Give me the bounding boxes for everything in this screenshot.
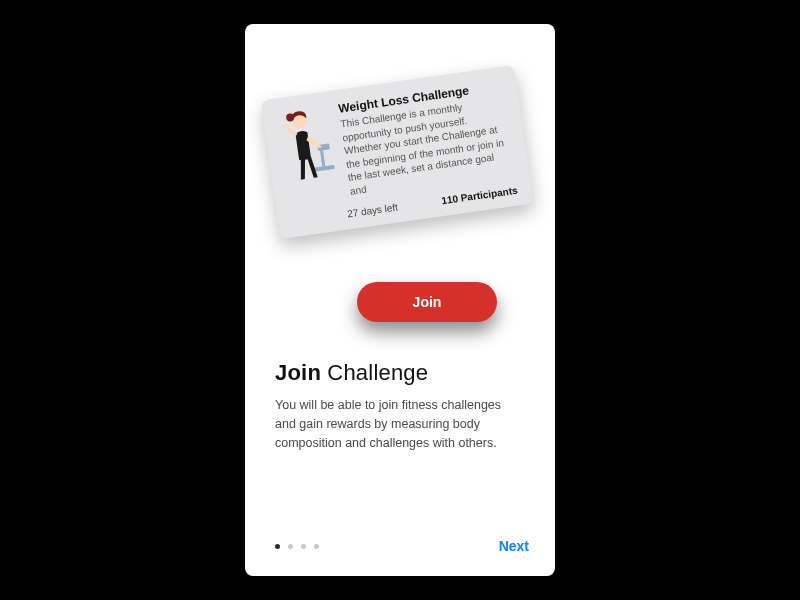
challenge-card: Weight Loss Challenge This Challenge is … xyxy=(261,65,534,239)
next-button-label: Next xyxy=(499,538,529,554)
page-dot-4[interactable] xyxy=(314,544,319,549)
next-button[interactable]: Next xyxy=(499,538,529,554)
page-dot-1[interactable] xyxy=(275,544,280,549)
headline-rest: Challenge xyxy=(321,360,428,385)
hero-illustration: Weight Loss Challenge This Challenge is … xyxy=(245,38,555,348)
card-days-left: 27 days left xyxy=(346,201,398,219)
onboarding-copy: Join Challenge You will be able to join … xyxy=(275,360,525,452)
page-dot-3[interactable] xyxy=(301,544,306,549)
page-indicator xyxy=(275,544,319,549)
headline: Join Challenge xyxy=(275,360,525,386)
onboarding-footer: Next xyxy=(245,534,555,558)
onboarding-screen: Weight Loss Challenge This Challenge is … xyxy=(245,24,555,576)
join-button-label: Join xyxy=(413,294,442,310)
join-button[interactable]: Join xyxy=(357,282,497,322)
card-participants: 110 Participants xyxy=(441,185,519,207)
headline-bold: Join xyxy=(275,360,321,385)
body-text: You will be able to join fitness challen… xyxy=(275,396,525,452)
workout-person-icon xyxy=(274,103,340,186)
svg-rect-1 xyxy=(320,148,326,168)
page-dot-2[interactable] xyxy=(288,544,293,549)
